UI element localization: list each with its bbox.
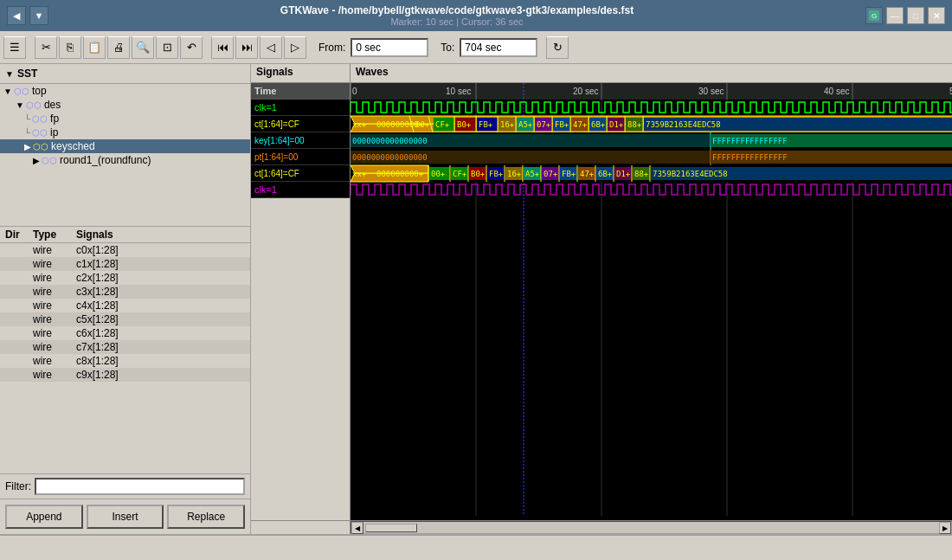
signal-name-pt: pt[1:64]=00 [251,149,350,165]
clk-wave-1 [351,102,952,113]
sig-dir [0,341,33,353]
waveform-display[interactable]: 0 10 sec 20 sec 30 sec 40 sec 50 sec [351,83,952,520]
toolbar: ☰ ✂ ⎘ 📋 🖨 🔍 ⊡ ↶ ⏮ ⏭ ◁ ▷ From: To: ↻ [0,31,952,64]
refresh-button[interactable]: ↻ [546,36,569,59]
cut-button[interactable]: ✂ [35,36,57,59]
sst-tree: ▼ ⬡⬡ top ▼ ⬡⬡ des └ ⬡⬡ fp └ ⬡⬡ ip [0,84,250,227]
col-header-type: Type [33,229,76,241]
tree-module-icon-keysched: ⬡⬡ [33,142,48,151]
sig-dir [0,272,33,284]
copy-button[interactable]: ⎘ [59,36,81,59]
waveform-svg: 0 10 sec 20 sec 30 sec 40 sec 50 sec [351,83,952,520]
list-item[interactable]: wire c8x[1:28] [0,354,250,368]
col-header-dir: Dir [0,229,33,241]
scroll-right-button[interactable]: ▶ [939,522,951,534]
tree-item-keysched[interactable]: ▶ ⬡⬡ keysched [0,139,250,153]
nav-down-button[interactable]: ▼ [29,6,48,25]
to-input[interactable] [460,38,537,57]
sig-dir [0,313,33,325]
paste-button[interactable]: 📋 [83,36,106,59]
insert-button[interactable]: Insert [87,505,164,529]
tree-item-top[interactable]: ▼ ⬡⬡ top [0,84,250,98]
print-button[interactable]: 🖨 [107,36,130,59]
prev-marker-button[interactable]: ◁ [260,36,282,59]
goto-start-button[interactable]: ⏮ [211,36,234,59]
sig-dir [0,244,33,256]
tree-item-fp[interactable]: └ ⬡⬡ fp [0,112,250,126]
tree-item-des[interactable]: ▼ ⬡⬡ des [0,98,250,112]
signal-name-ct1: ct[1:64]=CF [251,116,350,132]
svg-text:FB+: FB+ [555,120,569,129]
search-button[interactable]: 🔍 [132,36,154,59]
svg-text:16+: 16+ [507,170,522,178]
zoom-fit-button[interactable]: ⊡ [156,36,178,59]
h-scrollbar-row: ◀ ▶ [251,520,952,534]
svg-text:FB+: FB+ [489,170,504,178]
goto-end-button[interactable]: ⏭ [235,36,258,59]
svg-text:40 sec: 40 sec [824,87,849,96]
svg-text:20 sec: 20 sec [573,87,598,96]
list-item[interactable]: wire c6x[1:28] [0,326,250,340]
maximize-button[interactable]: □ [907,7,924,24]
signals-table-header: Dir Type Signals [0,227,250,243]
titlebar-left-controls: ◀ ▼ [7,6,48,25]
titlebar-right-controls: G — □ ✕ [865,7,945,24]
tree-expand-round1: ▶ [33,156,40,165]
tree-expand-des: ▼ [16,100,24,110]
svg-text:00+: 00+ [415,120,430,129]
tree-expand-keysched: ▶ [24,142,31,151]
append-button[interactable]: Append [5,505,83,529]
list-item[interactable]: wire c2x[1:28] [0,271,250,285]
scroll-thumb[interactable] [365,524,417,532]
tree-label-round1: round1_(roundfunc) [60,154,151,166]
sig-signal: c3x[1:28] [76,286,250,298]
close-button[interactable]: ✕ [928,7,945,24]
filter-bar: Filter: [0,473,250,499]
list-item[interactable]: wire c1x[1:28] [0,257,250,271]
replace-button[interactable]: Replace [167,505,245,529]
main-layout: ▼ SST ▼ ⬡⬡ top ▼ ⬡⬡ des └ ⬡⬡ fp [0,64,952,534]
waves-header: Waves [351,64,952,82]
nav-back-button[interactable]: ◀ [7,6,26,25]
list-item[interactable]: wire c5x[1:28] [0,312,250,326]
filter-input[interactable] [35,478,245,495]
gtkwave-icon-button[interactable]: G [865,7,883,24]
tree-item-round1[interactable]: ▶ ⬡⬡ round1_(roundfunc) [0,153,250,167]
signals-list: wire c0x[1:28] wire c1x[1:28] wire c2x[1… [0,243,250,473]
h-scrollbar[interactable]: ◀ ▶ [351,521,952,534]
svg-text:07+: 07+ [537,120,551,129]
sig-signal: c4x[1:28] [76,299,250,312]
svg-text:FFFFFFFFFFFFFFFF: FFFFFFFFFFFFFFFF [712,153,788,162]
from-input[interactable] [351,38,428,57]
signal-name-clk2: clk=1 [251,182,350,198]
time-row: Time [251,83,350,100]
sig-signal: c6x[1:28] [76,327,250,339]
list-item[interactable]: wire c4x[1:28] [0,299,250,312]
list-item[interactable]: wire c9x[1:28] [0,368,250,382]
from-label: From: [318,42,345,54]
waves-header-row: Signals Waves [251,64,952,83]
list-item[interactable]: wire c0x[1:28] [0,243,250,257]
sig-dir [0,355,33,367]
signal-name-key: key[1:64]=00 [251,132,350,149]
next-marker-button[interactable]: ▷ [284,36,306,59]
hamburger-menu-button[interactable]: ☰ [3,36,26,59]
tree-module-icon-top: ⬡⬡ [14,87,29,96]
sig-type: wire [33,355,76,367]
list-item[interactable]: wire c3x[1:28] [0,285,250,299]
signal-name-ct2: ct[1:64]=CF [251,165,350,182]
sig-dir [0,258,33,270]
sst-expand-arrow[interactable]: ▼ [5,69,14,79]
list-item[interactable]: wire c7x[1:28] [0,340,250,354]
svg-text:G: G [872,12,877,20]
right-panel: Signals Waves Time clk=1 ct[1:64]=CF [251,64,952,534]
minimize-button[interactable]: — [886,7,904,24]
scroll-left-button[interactable]: ◀ [351,522,363,534]
svg-text:6B+: 6B+ [598,170,613,178]
sig-signal: c5x[1:28] [76,313,250,325]
tree-item-ip[interactable]: └ ⬡⬡ ip [0,126,250,139]
svg-text:0: 0 [352,87,357,96]
tree-module-icon-round1: ⬡⬡ [42,156,57,165]
undo-button[interactable]: ↶ [180,36,203,59]
svg-text:7359B2163E4EDC58: 7359B2163E4EDC58 [653,170,728,178]
